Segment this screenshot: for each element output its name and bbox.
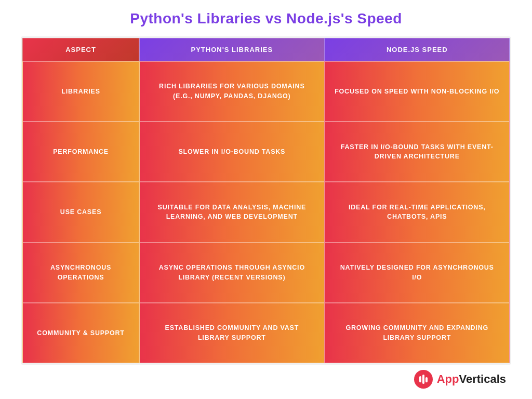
brand-logo: AppVerticals — [414, 370, 506, 389]
table-row: LIBRARIESRICH LIBRARIES FOR VARIOUS DOMA… — [22, 61, 510, 122]
table-row: ASYNCHRONOUS OPERATIONSASYNC OPERATIONS … — [22, 243, 510, 303]
cell-nodejs-4: NATIVELY DESIGNED FOR ASYNCHRONOUS I/O — [325, 243, 510, 303]
col-header-aspect: ASPECT — [22, 38, 139, 61]
col-header-nodejs: NODE.JS SPEED — [325, 38, 510, 61]
cell-aspect-5: COMMUNITY & SUPPORT — [22, 303, 139, 363]
table-row: COMMUNITY & SUPPORTESTABLISHED COMMUNITY… — [22, 303, 510, 363]
footer: AppVerticals — [21, 370, 511, 389]
cell-nodejs-2: FASTER IN I/O-BOUND TASKS WITH EVENT-DRI… — [325, 122, 510, 182]
col-header-python: PYTHON'S LIBRARIES — [139, 38, 324, 61]
cell-python-3: SUITABLE FOR DATA ANALYSIS, MACHINE LEAR… — [139, 182, 324, 242]
cell-aspect-1: LIBRARIES — [22, 61, 139, 122]
svg-rect-3 — [425, 377, 428, 382]
cell-python-1: RICH LIBRARIES FOR VARIOUS DOMAINS (E.G.… — [139, 61, 324, 122]
page-title: Python's Libraries vs Node.js's Speed — [130, 10, 402, 27]
cell-python-2: SLOWER IN I/O-BOUND TASKS — [139, 122, 324, 182]
table-row: PERFORMANCESLOWER IN I/O-BOUND TASKSFAST… — [22, 122, 510, 182]
svg-rect-1 — [419, 376, 421, 382]
cell-nodejs-5: GROWING COMMUNITY AND EXPANDING LIBRARY … — [325, 303, 510, 363]
brand-icon — [414, 370, 433, 389]
cell-aspect-2: PERFORMANCE — [22, 122, 139, 182]
cell-aspect-3: USE CASES — [22, 182, 139, 242]
comparison-table: ASPECT PYTHON'S LIBRARIES NODE.JS SPEED … — [21, 36, 511, 365]
table-row: USE CASESSUITABLE FOR DATA ANALYSIS, MAC… — [22, 182, 510, 242]
svg-rect-2 — [422, 375, 424, 384]
cell-nodejs-1: FOCUSED ON SPEED WITH NON-BLOCKING I/O — [325, 61, 510, 122]
brand-name: AppVerticals — [437, 373, 506, 386]
cell-nodejs-3: IDEAL FOR REAL-TIME APPLICATIONS, CHATBO… — [325, 182, 510, 242]
cell-python-4: ASYNC OPERATIONS THROUGH ASYNCIO LIBRARY… — [139, 243, 324, 303]
cell-python-5: ESTABLISHED COMMUNITY AND VAST LIBRARY S… — [139, 303, 324, 363]
cell-aspect-4: ASYNCHRONOUS OPERATIONS — [22, 243, 139, 303]
